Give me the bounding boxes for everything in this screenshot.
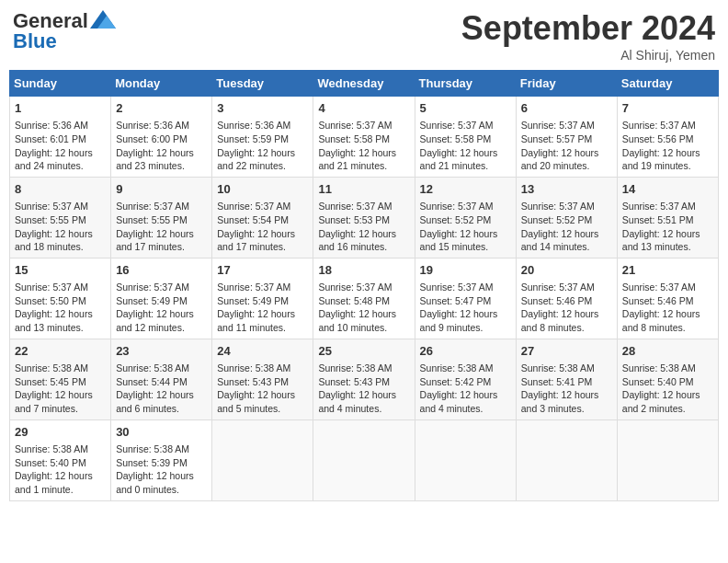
day-cell: 11Sunrise: 5:37 AMSunset: 5:53 PMDayligh… bbox=[313, 177, 415, 258]
column-header-sunday: Sunday bbox=[10, 71, 111, 97]
day-number: 26 bbox=[420, 343, 511, 360]
day-number: 17 bbox=[217, 262, 308, 279]
day-number: 9 bbox=[116, 181, 207, 198]
day-number: 27 bbox=[521, 343, 612, 360]
day-number: 19 bbox=[420, 262, 511, 279]
day-cell: 29Sunrise: 5:38 AMSunset: 5:40 PMDayligh… bbox=[10, 419, 111, 500]
day-info: Sunrise: 5:36 AMSunset: 6:00 PMDaylight:… bbox=[116, 119, 207, 173]
day-info: Sunrise: 5:38 AMSunset: 5:40 PMDaylight:… bbox=[15, 442, 106, 497]
day-info: Sunrise: 5:37 AMSunset: 5:48 PMDaylight:… bbox=[318, 281, 409, 335]
day-cell: 2Sunrise: 5:36 AMSunset: 6:00 PMDaylight… bbox=[111, 97, 212, 178]
day-number: 21 bbox=[622, 262, 713, 279]
logo-icon bbox=[90, 10, 116, 29]
column-header-friday: Friday bbox=[516, 71, 617, 97]
week-row-4: 22Sunrise: 5:38 AMSunset: 5:45 PMDayligh… bbox=[10, 339, 719, 419]
calendar-table: SundayMondayTuesdayWednesdayThursdayFrid… bbox=[9, 70, 719, 501]
day-info: Sunrise: 5:37 AMSunset: 5:58 PMDaylight:… bbox=[318, 119, 409, 173]
day-info: Sunrise: 5:37 AMSunset: 5:52 PMDaylight:… bbox=[521, 200, 612, 254]
day-info: Sunrise: 5:37 AMSunset: 5:49 PMDaylight:… bbox=[116, 281, 207, 335]
day-info: Sunrise: 5:37 AMSunset: 5:56 PMDaylight:… bbox=[622, 119, 713, 173]
day-info: Sunrise: 5:37 AMSunset: 5:46 PMDaylight:… bbox=[521, 281, 612, 335]
day-cell: 24Sunrise: 5:38 AMSunset: 5:43 PMDayligh… bbox=[212, 339, 313, 419]
week-row-2: 8Sunrise: 5:37 AMSunset: 5:55 PMDaylight… bbox=[10, 177, 719, 258]
day-cell: 26Sunrise: 5:38 AMSunset: 5:42 PMDayligh… bbox=[415, 339, 516, 419]
day-cell: 17Sunrise: 5:37 AMSunset: 5:49 PMDayligh… bbox=[212, 258, 313, 339]
day-info: Sunrise: 5:37 AMSunset: 5:47 PMDaylight:… bbox=[420, 281, 511, 335]
day-cell bbox=[212, 419, 313, 500]
logo: General Blue bbox=[13, 9, 116, 53]
day-number: 13 bbox=[521, 181, 612, 198]
day-cell: 9Sunrise: 5:37 AMSunset: 5:55 PMDaylight… bbox=[111, 177, 212, 258]
day-cell: 16Sunrise: 5:37 AMSunset: 5:49 PMDayligh… bbox=[111, 258, 212, 339]
day-cell: 14Sunrise: 5:37 AMSunset: 5:51 PMDayligh… bbox=[617, 177, 718, 258]
day-number: 7 bbox=[622, 100, 713, 117]
day-info: Sunrise: 5:37 AMSunset: 5:54 PMDaylight:… bbox=[217, 200, 308, 254]
week-row-1: 1Sunrise: 5:36 AMSunset: 6:01 PMDaylight… bbox=[10, 97, 719, 178]
day-cell: 20Sunrise: 5:37 AMSunset: 5:46 PMDayligh… bbox=[516, 258, 617, 339]
day-cell: 23Sunrise: 5:38 AMSunset: 5:44 PMDayligh… bbox=[111, 339, 212, 419]
day-number: 2 bbox=[116, 100, 207, 117]
day-info: Sunrise: 5:37 AMSunset: 5:46 PMDaylight:… bbox=[622, 281, 713, 335]
day-number: 30 bbox=[116, 424, 207, 441]
day-number: 10 bbox=[217, 181, 308, 198]
day-cell: 30Sunrise: 5:38 AMSunset: 5:39 PMDayligh… bbox=[111, 419, 212, 500]
title-block: September 2024 Al Shiruj, Yemen bbox=[461, 9, 715, 63]
column-header-saturday: Saturday bbox=[617, 71, 718, 97]
day-number: 15 bbox=[15, 262, 106, 279]
day-cell bbox=[313, 419, 415, 500]
day-number: 1 bbox=[15, 100, 106, 117]
day-cell: 27Sunrise: 5:38 AMSunset: 5:41 PMDayligh… bbox=[516, 339, 617, 419]
day-info: Sunrise: 5:38 AMSunset: 5:44 PMDaylight:… bbox=[116, 362, 207, 416]
day-cell: 3Sunrise: 5:36 AMSunset: 5:59 PMDaylight… bbox=[212, 97, 313, 178]
day-info: Sunrise: 5:38 AMSunset: 5:43 PMDaylight:… bbox=[217, 362, 308, 416]
day-info: Sunrise: 5:37 AMSunset: 5:57 PMDaylight:… bbox=[521, 119, 612, 173]
day-number: 3 bbox=[217, 100, 308, 117]
month-title: September 2024 bbox=[461, 9, 715, 48]
day-number: 11 bbox=[318, 181, 409, 198]
day-cell: 12Sunrise: 5:37 AMSunset: 5:52 PMDayligh… bbox=[415, 177, 516, 258]
day-info: Sunrise: 5:37 AMSunset: 5:51 PMDaylight:… bbox=[622, 200, 713, 254]
day-cell: 21Sunrise: 5:37 AMSunset: 5:46 PMDayligh… bbox=[617, 258, 718, 339]
day-info: Sunrise: 5:36 AMSunset: 6:01 PMDaylight:… bbox=[15, 119, 106, 173]
day-info: Sunrise: 5:37 AMSunset: 5:55 PMDaylight:… bbox=[15, 200, 106, 254]
day-cell: 4Sunrise: 5:37 AMSunset: 5:58 PMDaylight… bbox=[313, 97, 415, 178]
day-cell: 5Sunrise: 5:37 AMSunset: 5:58 PMDaylight… bbox=[415, 97, 516, 178]
day-number: 29 bbox=[15, 424, 106, 441]
day-cell: 15Sunrise: 5:37 AMSunset: 5:50 PMDayligh… bbox=[10, 258, 111, 339]
day-cell bbox=[617, 419, 718, 500]
day-info: Sunrise: 5:37 AMSunset: 5:53 PMDaylight:… bbox=[318, 200, 409, 254]
day-info: Sunrise: 5:38 AMSunset: 5:42 PMDaylight:… bbox=[420, 362, 511, 416]
day-cell: 6Sunrise: 5:37 AMSunset: 5:57 PMDaylight… bbox=[516, 97, 617, 178]
day-cell: 19Sunrise: 5:37 AMSunset: 5:47 PMDayligh… bbox=[415, 258, 516, 339]
week-row-5: 29Sunrise: 5:38 AMSunset: 5:40 PMDayligh… bbox=[10, 419, 719, 500]
day-cell: 8Sunrise: 5:37 AMSunset: 5:55 PMDaylight… bbox=[10, 177, 111, 258]
day-number: 14 bbox=[622, 181, 713, 198]
day-info: Sunrise: 5:38 AMSunset: 5:41 PMDaylight:… bbox=[521, 362, 612, 416]
day-cell bbox=[516, 419, 617, 500]
day-number: 25 bbox=[318, 343, 409, 360]
day-number: 24 bbox=[217, 343, 308, 360]
day-number: 16 bbox=[116, 262, 207, 279]
logo-blue-text: Blue bbox=[13, 29, 57, 53]
day-info: Sunrise: 5:37 AMSunset: 5:50 PMDaylight:… bbox=[15, 281, 106, 335]
week-row-3: 15Sunrise: 5:37 AMSunset: 5:50 PMDayligh… bbox=[10, 258, 719, 339]
day-cell: 28Sunrise: 5:38 AMSunset: 5:40 PMDayligh… bbox=[617, 339, 718, 419]
day-cell: 7Sunrise: 5:37 AMSunset: 5:56 PMDaylight… bbox=[617, 97, 718, 178]
column-header-thursday: Thursday bbox=[415, 71, 516, 97]
day-cell: 13Sunrise: 5:37 AMSunset: 5:52 PMDayligh… bbox=[516, 177, 617, 258]
day-number: 23 bbox=[116, 343, 207, 360]
day-number: 4 bbox=[318, 100, 409, 117]
location: Al Shiruj, Yemen bbox=[461, 48, 715, 63]
day-info: Sunrise: 5:38 AMSunset: 5:45 PMDaylight:… bbox=[15, 362, 106, 416]
page-header: General Blue September 2024 Al Shiruj, Y… bbox=[9, 9, 719, 63]
day-info: Sunrise: 5:37 AMSunset: 5:52 PMDaylight:… bbox=[420, 200, 511, 254]
day-number: 6 bbox=[521, 100, 612, 117]
day-info: Sunrise: 5:37 AMSunset: 5:58 PMDaylight:… bbox=[420, 119, 511, 173]
day-info: Sunrise: 5:38 AMSunset: 5:43 PMDaylight:… bbox=[318, 362, 409, 416]
column-header-monday: Monday bbox=[111, 71, 212, 97]
day-number: 22 bbox=[15, 343, 106, 360]
day-number: 18 bbox=[318, 262, 409, 279]
day-info: Sunrise: 5:38 AMSunset: 5:40 PMDaylight:… bbox=[622, 362, 713, 416]
day-cell bbox=[415, 419, 516, 500]
day-info: Sunrise: 5:36 AMSunset: 5:59 PMDaylight:… bbox=[217, 119, 308, 173]
